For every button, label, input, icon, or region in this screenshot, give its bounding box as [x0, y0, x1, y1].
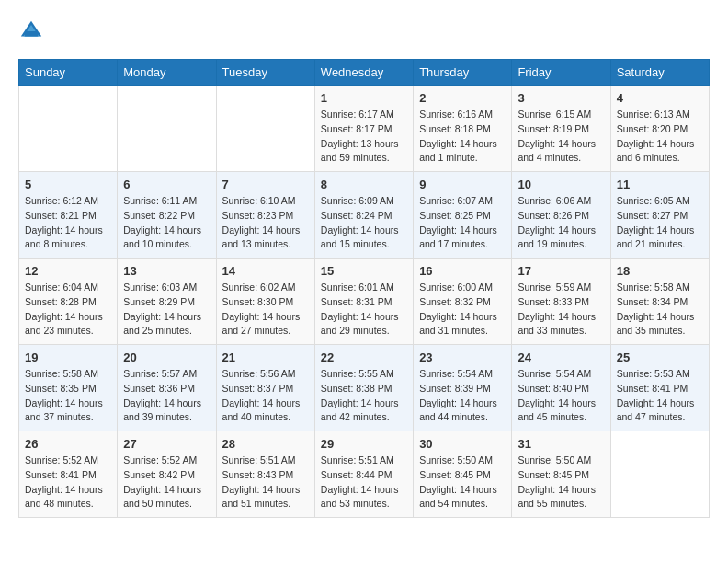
cell-content: Sunrise: 6:10 AM Sunset: 8:23 PM Dayligh… — [222, 194, 309, 252]
sunrise: Sunrise: 6:17 AM — [321, 108, 407, 122]
daylight: Daylight: 14 hours and 42 minutes. — [321, 396, 407, 426]
sunrise: Sunrise: 5:53 AM — [617, 367, 703, 382]
page-header — [18, 18, 710, 44]
logo-icon — [18, 18, 44, 44]
calendar-cell — [118, 86, 216, 172]
calendar-cell: 13 Sunrise: 6:03 AM Sunset: 8:29 PM Dayl… — [118, 259, 216, 345]
sunset: Sunset: 8:25 PM — [419, 209, 506, 224]
calendar-cell: 17 Sunrise: 5:59 AM Sunset: 8:33 PM Dayl… — [512, 259, 610, 345]
daylight: Daylight: 14 hours and 21 minutes. — [617, 224, 703, 253]
cell-content: Sunrise: 5:55 AM Sunset: 8:38 PM Dayligh… — [321, 367, 407, 425]
calendar-cell: 5 Sunrise: 6:12 AM Sunset: 8:21 PM Dayli… — [19, 172, 118, 259]
daylight: Daylight: 14 hours and 55 minutes. — [518, 483, 604, 512]
day-number: 21 — [222, 350, 309, 364]
cell-content: Sunrise: 6:02 AM Sunset: 8:30 PM Dayligh… — [222, 281, 309, 339]
cell-content: Sunrise: 6:06 AM Sunset: 8:26 PM Dayligh… — [518, 194, 604, 252]
day-number: 27 — [123, 437, 210, 451]
calendar-cell: 25 Sunrise: 5:53 AM Sunset: 8:41 PM Dayl… — [610, 345, 709, 431]
svg-rect-2 — [25, 31, 38, 37]
calendar-cell: 30 Sunrise: 5:50 AM Sunset: 8:45 PM Dayl… — [414, 431, 512, 518]
calendar-cell: 10 Sunrise: 6:06 AM Sunset: 8:26 PM Dayl… — [512, 172, 610, 259]
calendar-cell: 27 Sunrise: 5:52 AM Sunset: 8:42 PM Dayl… — [118, 431, 216, 518]
weekday-header-tuesday: Tuesday — [216, 60, 314, 86]
sunset: Sunset: 8:19 PM — [518, 122, 604, 137]
calendar-cell — [610, 431, 709, 518]
calendar-cell: 19 Sunrise: 5:58 AM Sunset: 8:35 PM Dayl… — [19, 345, 118, 431]
cell-content: Sunrise: 5:54 AM Sunset: 8:40 PM Dayligh… — [518, 367, 604, 425]
day-number: 13 — [123, 264, 210, 278]
sunset: Sunset: 8:38 PM — [321, 382, 407, 396]
daylight: Daylight: 14 hours and 40 minutes. — [222, 396, 309, 426]
day-number: 28 — [222, 437, 309, 451]
daylight: Daylight: 14 hours and 31 minutes. — [419, 310, 506, 339]
cell-content: Sunrise: 6:04 AM Sunset: 8:28 PM Dayligh… — [25, 281, 111, 339]
cell-content: Sunrise: 5:50 AM Sunset: 8:45 PM Dayligh… — [518, 454, 604, 511]
sunset: Sunset: 8:24 PM — [321, 209, 407, 224]
sunrise: Sunrise: 5:58 AM — [617, 281, 703, 295]
sunrise: Sunrise: 6:03 AM — [123, 281, 210, 295]
daylight: Daylight: 14 hours and 17 minutes. — [419, 224, 506, 253]
sunrise: Sunrise: 5:51 AM — [321, 454, 407, 468]
sunset: Sunset: 8:35 PM — [25, 382, 111, 396]
weekday-header-friday: Friday — [512, 60, 610, 86]
calendar-cell: 26 Sunrise: 5:52 AM Sunset: 8:41 PM Dayl… — [19, 431, 118, 518]
sunrise: Sunrise: 5:58 AM — [25, 367, 111, 382]
day-number: 24 — [518, 350, 604, 364]
day-number: 8 — [321, 178, 407, 191]
sunset: Sunset: 8:30 PM — [222, 295, 309, 310]
calendar-cell: 3 Sunrise: 6:15 AM Sunset: 8:19 PM Dayli… — [512, 86, 610, 172]
daylight: Daylight: 14 hours and 4 minutes. — [518, 137, 604, 167]
calendar-cell: 2 Sunrise: 6:16 AM Sunset: 8:18 PM Dayli… — [414, 86, 512, 172]
day-number: 1 — [321, 91, 407, 105]
calendar-cell: 28 Sunrise: 5:51 AM Sunset: 8:43 PM Dayl… — [216, 431, 314, 518]
cell-content: Sunrise: 6:03 AM Sunset: 8:29 PM Dayligh… — [123, 281, 210, 339]
cell-content: Sunrise: 5:58 AM Sunset: 8:34 PM Dayligh… — [617, 281, 703, 339]
day-number: 22 — [321, 350, 407, 364]
daylight: Daylight: 14 hours and 37 minutes. — [25, 396, 111, 426]
sunset: Sunset: 8:40 PM — [518, 382, 604, 396]
cell-content: Sunrise: 5:51 AM Sunset: 8:44 PM Dayligh… — [321, 454, 407, 511]
calendar-cell: 4 Sunrise: 6:13 AM Sunset: 8:20 PM Dayli… — [610, 86, 709, 172]
day-number: 20 — [123, 350, 210, 364]
cell-content: Sunrise: 5:58 AM Sunset: 8:35 PM Dayligh… — [25, 367, 111, 425]
daylight: Daylight: 13 hours and 59 minutes. — [321, 137, 407, 167]
logo — [18, 18, 48, 44]
daylight: Daylight: 14 hours and 23 minutes. — [25, 310, 111, 339]
day-number: 23 — [419, 350, 506, 364]
sunrise: Sunrise: 6:12 AM — [25, 194, 111, 209]
sunrise: Sunrise: 6:10 AM — [222, 194, 309, 209]
daylight: Daylight: 14 hours and 53 minutes. — [321, 483, 407, 512]
sunset: Sunset: 8:22 PM — [123, 209, 210, 224]
week-row-2: 5 Sunrise: 6:12 AM Sunset: 8:21 PM Dayli… — [19, 172, 710, 259]
sunset: Sunset: 8:29 PM — [123, 295, 210, 310]
sunset: Sunset: 8:28 PM — [25, 295, 111, 310]
sunrise: Sunrise: 6:13 AM — [617, 108, 703, 122]
sunrise: Sunrise: 5:57 AM — [123, 367, 210, 382]
sunset: Sunset: 8:36 PM — [123, 382, 210, 396]
day-number: 7 — [222, 178, 309, 191]
sunset: Sunset: 8:26 PM — [518, 209, 604, 224]
calendar-cell: 11 Sunrise: 6:05 AM Sunset: 8:27 PM Dayl… — [610, 172, 709, 259]
calendar-cell: 8 Sunrise: 6:09 AM Sunset: 8:24 PM Dayli… — [314, 172, 413, 259]
sunrise: Sunrise: 5:54 AM — [518, 367, 604, 382]
sunset: Sunset: 8:31 PM — [321, 295, 407, 310]
day-number: 11 — [617, 178, 703, 191]
calendar-cell: 14 Sunrise: 6:02 AM Sunset: 8:30 PM Dayl… — [216, 259, 314, 345]
cell-content: Sunrise: 5:50 AM Sunset: 8:45 PM Dayligh… — [419, 454, 506, 511]
cell-content: Sunrise: 6:17 AM Sunset: 8:17 PM Dayligh… — [321, 108, 407, 166]
sunrise: Sunrise: 5:52 AM — [123, 454, 210, 468]
cell-content: Sunrise: 6:00 AM Sunset: 8:32 PM Dayligh… — [419, 281, 506, 339]
calendar-cell: 31 Sunrise: 5:50 AM Sunset: 8:45 PM Dayl… — [512, 431, 610, 518]
day-number: 14 — [222, 264, 309, 278]
day-number: 10 — [518, 178, 604, 191]
day-number: 19 — [25, 350, 111, 364]
cell-content: Sunrise: 6:05 AM Sunset: 8:27 PM Dayligh… — [617, 194, 703, 252]
day-number: 4 — [617, 91, 703, 105]
day-number: 17 — [518, 264, 604, 278]
calendar-cell: 24 Sunrise: 5:54 AM Sunset: 8:40 PM Dayl… — [512, 345, 610, 431]
sunset: Sunset: 8:41 PM — [25, 468, 111, 483]
cell-content: Sunrise: 5:54 AM Sunset: 8:39 PM Dayligh… — [419, 367, 506, 425]
sunset: Sunset: 8:23 PM — [222, 209, 309, 224]
sunrise: Sunrise: 6:09 AM — [321, 194, 407, 209]
daylight: Daylight: 14 hours and 13 minutes. — [222, 224, 309, 253]
